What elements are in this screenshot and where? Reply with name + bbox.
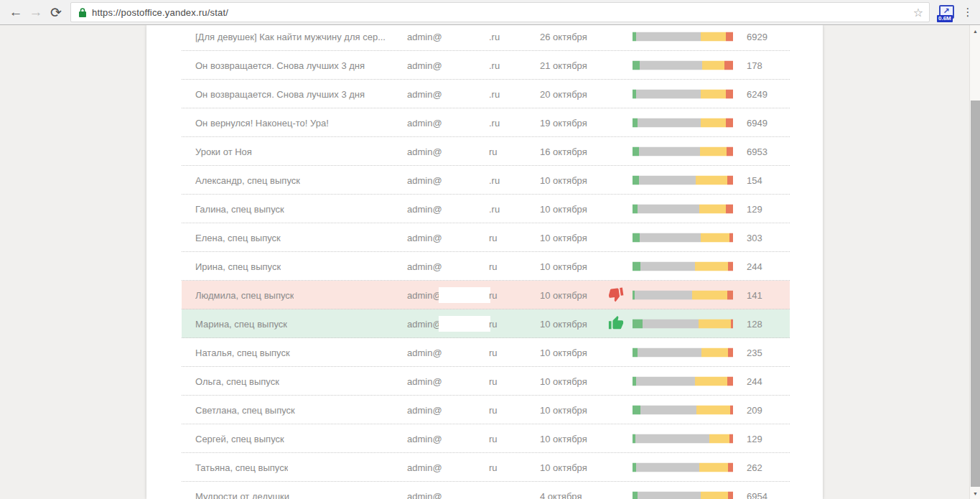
bar-segment-red — [728, 261, 733, 271]
send-date: 10 октября — [540, 404, 587, 415]
chrome-menu-button[interactable]: ⋮ — [958, 2, 977, 22]
bar-segment-yellow — [692, 290, 727, 299]
sender-domain: ru — [489, 146, 498, 157]
send-date: 19 октября — [540, 117, 587, 128]
sender-domain: ru — [489, 232, 498, 243]
sender-email: admin@ — [407, 433, 442, 444]
table-row[interactable]: Мудрости от дедушки admin@ 4 октября 695… — [182, 482, 790, 499]
address-bar[interactable]: https://postoffice.yandex.ru/stat/ ☆ — [70, 2, 930, 22]
engagement-bar — [633, 462, 733, 472]
sender-email: admin@ — [407, 60, 442, 70]
browser-toolbar: ← → ⟳ https://postoffice.yandex.ru/stat/… — [0, 0, 980, 25]
engagement-bar — [633, 348, 733, 357]
extension-button[interactable]: ↗ 0.6M — [938, 4, 954, 20]
table-row[interactable]: Елена, спец выпуск admin@ ru 10 октября … — [182, 223, 790, 252]
bar-segment-yellow — [699, 319, 731, 328]
campaign-subject: Сергей, спец выпуск — [195, 433, 284, 444]
campaign-subject: Галина, спец выпуск — [195, 203, 284, 214]
sender-email: admin@ — [407, 203, 442, 214]
table-row[interactable]: Татьяна, спец выпуск admin@ ru 10 октябр… — [182, 453, 790, 482]
bar-segment-green — [633, 319, 643, 328]
back-button[interactable]: ← — [6, 2, 26, 22]
campaign-subject: Наталья, спец выпуск — [195, 347, 290, 358]
bar-segment-red — [728, 462, 733, 472]
bookmark-star-icon[interactable]: ☆ — [913, 6, 923, 19]
bar-segment-yellow — [702, 60, 724, 70]
vertical-scrollbar[interactable]: ▲ ▼ — [969, 25, 980, 499]
bar-segment-green — [633, 60, 640, 70]
bar-segment-yellow — [696, 175, 727, 185]
campaign-subject: Он вернулся! Наконец-то! Ура! — [195, 117, 329, 128]
bar-segment-yellow — [701, 89, 726, 98]
sender-email: admin@ — [407, 261, 442, 271]
forward-button[interactable]: → — [26, 2, 46, 22]
sender-email: admin@ — [407, 318, 442, 329]
send-date: 10 октября — [540, 174, 587, 185]
table-row[interactable]: Галина, спец выпуск admin@ .ru 10 октябр… — [182, 195, 790, 223]
bar-segment-gray — [638, 118, 701, 127]
sender-email: admin@ — [407, 376, 442, 386]
bar-segment-green — [633, 348, 638, 357]
bar-segment-red — [726, 204, 733, 213]
bar-segment-green — [633, 233, 640, 242]
thumb-up-icon[interactable] — [608, 315, 625, 332]
table-row[interactable]: Светлана, спец выпуск admin@ ru 10 октяб… — [182, 396, 790, 424]
engagement-bar — [633, 60, 733, 70]
reload-button[interactable]: ⟳ — [46, 2, 66, 22]
url-text[interactable]: https://postoffice.yandex.ru/stat/ — [92, 7, 913, 18]
table-row[interactable]: Александр, спец выпуск admin@ .ru 10 окт… — [182, 166, 790, 195]
send-date: 21 октября — [540, 60, 587, 70]
sender-domain: ru — [489, 433, 498, 444]
bar-segment-gray — [635, 290, 692, 299]
table-row[interactable]: Он возвращается. Снова лучших 3 дня admi… — [182, 51, 790, 80]
recipients-count: 129 — [747, 203, 762, 214]
sender-domain: ru — [489, 376, 498, 386]
table-row[interactable]: Людмила, спец выпуск admin@ ru 10 октябр… — [182, 281, 790, 309]
engagement-bar — [633, 118, 733, 127]
sender-domain: .ru — [489, 31, 500, 42]
bar-segment-gray — [636, 376, 695, 386]
recipients-count: 6954 — [747, 490, 767, 499]
recipients-count: 129 — [747, 433, 762, 444]
sender-email: admin@ — [407, 146, 442, 157]
campaign-subject: Татьяна, спец выпуск — [195, 462, 288, 472]
bar-segment-green — [633, 175, 639, 185]
table-row[interactable]: Марина, спец выпуск admin@ ru 10 октября… — [182, 309, 790, 338]
recipients-count: 178 — [747, 60, 762, 70]
bar-segment-gray — [636, 89, 701, 98]
scrollbar-thumb[interactable] — [971, 101, 980, 487]
sender-email: admin@ — [407, 88, 442, 99]
page-background: [Для девушек] Как найти мужчину для сер.… — [0, 25, 969, 499]
campaign-subject: Он возвращается. Снова лучших 3 дня — [195, 60, 365, 70]
thumb-down-icon[interactable] — [608, 286, 625, 304]
table-row[interactable]: Уроки от Ноя admin@ ru 16 октября 6953 — [182, 137, 790, 166]
bar-segment-gray — [640, 233, 701, 242]
scroll-up-icon[interactable]: ▲ — [970, 25, 980, 37]
recipients-count: 154 — [747, 174, 762, 185]
engagement-bar — [633, 434, 733, 443]
sender-domain: .ru — [489, 203, 500, 214]
table-row[interactable]: [Для девушек] Как найти мужчину для сер.… — [182, 22, 790, 51]
send-date: 10 октября — [540, 318, 587, 329]
bar-segment-red — [728, 348, 733, 357]
campaign-subject: Людмила, спец выпуск — [195, 289, 294, 300]
campaign-subject: Александр, спец выпуск — [195, 174, 300, 185]
table-row[interactable]: Он вернулся! Наконец-то! Ура! admin@ .ru… — [182, 108, 790, 137]
table-row[interactable]: Он возвращается. Снова лучших 3 дня admi… — [182, 80, 790, 108]
engagement-bar — [633, 89, 733, 98]
email-redaction — [439, 287, 490, 303]
table-row[interactable]: Наталья, спец выпуск admin@ ru 10 октябр… — [182, 338, 790, 367]
bar-segment-gray — [640, 405, 696, 414]
table-row[interactable]: Ольга, спец выпуск admin@ ru 10 октября … — [182, 367, 790, 396]
bar-segment-yellow — [696, 405, 730, 414]
campaign-subject: Уроки от Ноя — [195, 146, 252, 157]
sender-email: admin@ — [407, 404, 442, 415]
table-row[interactable]: Ирина, спец выпуск admin@ ru 10 октября … — [182, 252, 790, 281]
scroll-down-icon[interactable]: ▼ — [970, 488, 980, 499]
bar-segment-gray — [638, 204, 699, 213]
engagement-bar — [633, 146, 733, 156]
sender-domain: .ru — [489, 88, 500, 99]
bar-segment-red — [729, 233, 733, 242]
table-row[interactable]: Сергей, спец выпуск admin@ ru 10 октября… — [182, 424, 790, 453]
sender-email: admin@ — [407, 117, 442, 128]
